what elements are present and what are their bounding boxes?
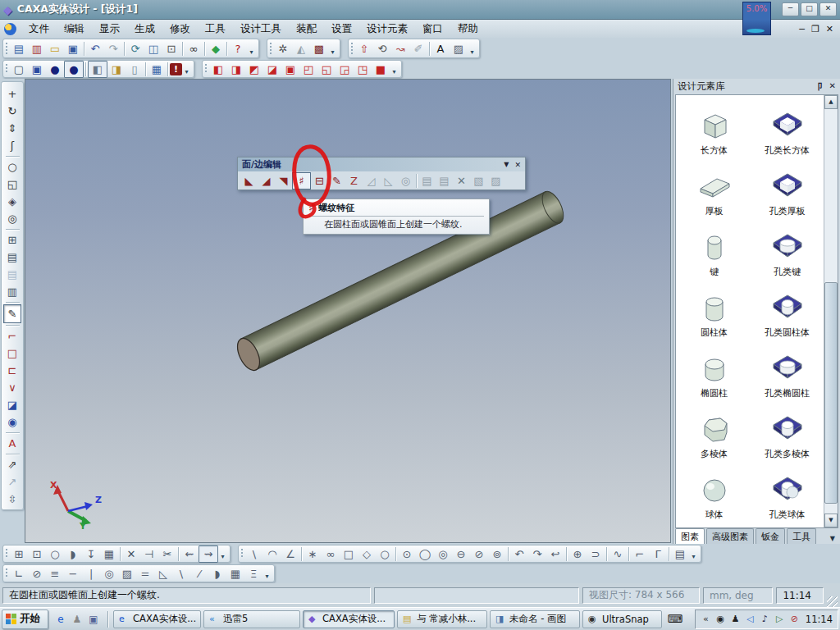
face-draft-icon[interactable]: ◣ bbox=[240, 173, 258, 189]
new-template-icon[interactable]: ▥ bbox=[28, 41, 46, 57]
pin-icon[interactable]: 卩 bbox=[815, 81, 823, 93]
toolbar-overflow-icon[interactable]: ▾ bbox=[262, 573, 272, 582]
cylinder-display-icon[interactable]: ▯ bbox=[126, 62, 144, 77]
property-sheet-icon[interactable]: ▦ bbox=[148, 62, 166, 77]
camera-rotate-icon[interactable]: ▤ bbox=[4, 249, 21, 266]
maximize-button[interactable]: □ bbox=[801, 2, 818, 16]
slope-icon[interactable]: \ bbox=[172, 566, 190, 582]
red-cube-op-5-icon[interactable]: ▣ bbox=[281, 62, 299, 77]
open-icon[interactable]: ▭ bbox=[46, 41, 64, 57]
lib-hole-cylinder[interactable]: 孔类圆柱体 bbox=[751, 279, 824, 340]
zoom-target-icon[interactable]: ◎ bbox=[4, 210, 21, 227]
red-cube-op-1-icon[interactable]: ◧ bbox=[209, 62, 227, 77]
menu-tools[interactable]: 工具 bbox=[198, 21, 233, 38]
tangent-circles-icon[interactable]: ∞ bbox=[322, 546, 340, 562]
tab-tools[interactable]: 工具 bbox=[787, 528, 816, 544]
face-select-icon[interactable]: ◪ bbox=[4, 396, 21, 413]
strip-expand-icon[interactable]: ⇳ bbox=[4, 491, 21, 508]
lib-hole-slab[interactable]: 孔类厚板 bbox=[751, 158, 824, 218]
thunder-tray-icon[interactable]: ◁ bbox=[744, 613, 756, 626]
remove-face-icon[interactable]: ✕ bbox=[453, 173, 470, 189]
angle-dimension-icon[interactable]: ∨ bbox=[4, 379, 21, 396]
animation-icon[interactable]: ✲ bbox=[274, 41, 292, 57]
arc-continue-icon[interactable]: ↩ bbox=[546, 546, 564, 562]
corner-icon[interactable]: ⌐ bbox=[631, 546, 649, 562]
lib-hole-key[interactable]: 孔类键 bbox=[751, 218, 824, 279]
resize-grip[interactable] bbox=[827, 596, 838, 607]
shaded-edges-icon[interactable]: ◨ bbox=[107, 62, 126, 77]
red-cube-op-7-icon[interactable]: ◱ bbox=[317, 62, 336, 77]
concentric-icon[interactable]: ◎ bbox=[100, 566, 118, 582]
mdi-minimize-button[interactable]: ─ bbox=[799, 24, 805, 34]
sketch-scale-icon[interactable]: ⊡ bbox=[28, 546, 46, 562]
direction-2-icon[interactable]: ⇝ bbox=[199, 546, 218, 563]
circle-center-icon[interactable]: ⊙ bbox=[398, 546, 416, 562]
revolve-icon[interactable]: ⟲ bbox=[373, 41, 391, 57]
blocked-tray-icon[interactable]: ⊘ bbox=[788, 613, 801, 626]
ellipse-arc-icon[interactable]: ⊚ bbox=[488, 546, 506, 562]
diamond-icon[interactable]: ◇ bbox=[358, 546, 376, 562]
volume-muted-icon[interactable]: ♪ bbox=[759, 613, 771, 626]
lib-key[interactable]: 键 bbox=[678, 218, 751, 279]
measure-one-icon[interactable]: ↗ bbox=[4, 473, 21, 491]
extrude-icon[interactable]: ⇧ bbox=[355, 41, 373, 57]
parallel-hatch-icon[interactable]: ≡ bbox=[46, 566, 64, 582]
lib-polyhedron[interactable]: 多棱体 bbox=[678, 400, 751, 461]
angle-line-icon[interactable]: ∠ bbox=[281, 546, 299, 562]
redo-icon[interactable]: ↷ bbox=[104, 41, 122, 57]
zoom-icon[interactable]: ○ bbox=[4, 158, 21, 176]
line-icon[interactable]: \ bbox=[245, 546, 263, 562]
work-plane-icon[interactable]: ◆ bbox=[207, 41, 225, 57]
menu-design-elements[interactable]: 设计元素 bbox=[359, 21, 415, 38]
trim-icon[interactable]: ⊣ bbox=[140, 546, 158, 562]
arc-icon[interactable]: ◠ bbox=[263, 546, 281, 562]
start-button[interactable]: 开始 bbox=[2, 609, 48, 629]
toolbar-overflow-icon[interactable]: ▾ bbox=[390, 68, 399, 77]
horizontal-icon[interactable]: − bbox=[64, 566, 82, 582]
shadow-render-icon[interactable]: ◭ bbox=[292, 41, 310, 57]
messenger-quicklaunch-icon[interactable]: ♟ bbox=[70, 612, 84, 627]
red-cube-op-2-icon[interactable]: ◨ bbox=[227, 62, 245, 77]
spline-icon[interactable]: ⊕ bbox=[568, 546, 587, 562]
hatch-icon[interactable]: ▤ bbox=[671, 546, 689, 562]
red-cube-op-6-icon[interactable]: ◰ bbox=[299, 62, 317, 77]
toolbar-overflow-icon[interactable]: ▾ bbox=[328, 48, 337, 57]
shell-icon[interactable]: ⊟ bbox=[311, 173, 328, 189]
show-desktop-icon[interactable]: ▣ bbox=[86, 612, 101, 627]
thread-feature-icon[interactable]: ♯ bbox=[292, 172, 311, 189]
undo-icon[interactable]: ↶ bbox=[86, 41, 104, 57]
rectangle-icon[interactable]: □ bbox=[340, 546, 358, 562]
tab-advanced-primitives[interactable]: 高级图素 bbox=[706, 528, 754, 544]
new-view-icon[interactable]: ⊞ bbox=[4, 231, 21, 249]
camera-off-icon[interactable]: ▤ bbox=[4, 266, 21, 283]
render-alert-icon[interactable]: ! bbox=[170, 63, 182, 75]
toolbar-menu-button[interactable]: ▼ bbox=[504, 161, 509, 169]
sweep-icon[interactable]: ↝ bbox=[391, 41, 409, 57]
tray-collapse-icon[interactable]: « bbox=[700, 613, 712, 626]
toolbar-close-button[interactable]: ✕ bbox=[514, 161, 521, 169]
symmetric-icon[interactable]: ◗ bbox=[208, 566, 226, 582]
camera-multi-icon[interactable]: ▥ bbox=[4, 283, 21, 300]
scene-render-icon[interactable]: ▩ bbox=[310, 41, 328, 57]
menu-edit[interactable]: 编辑 bbox=[57, 21, 92, 38]
library-scrollbar[interactable]: ▲ ▼ bbox=[824, 95, 838, 527]
sketch-move-icon[interactable]: ↧ bbox=[82, 546, 100, 562]
menu-generate[interactable]: 生成 bbox=[127, 21, 162, 38]
lib-elliptic-cylinder[interactable]: 椭圆柱 bbox=[678, 340, 751, 400]
sketch-stamp-icon[interactable]: ▦ bbox=[100, 546, 118, 562]
task-ultrasnap[interactable]: ◉UltraSnap bbox=[582, 610, 662, 628]
circle-2pt-icon[interactable]: ◯ bbox=[416, 546, 434, 562]
pattern-icon[interactable]: ▨ bbox=[450, 41, 468, 57]
round-face-icon[interactable]: ◉ bbox=[4, 413, 21, 431]
polygon-icon[interactable]: ○ bbox=[376, 546, 394, 562]
arc-cw-icon[interactable]: ↷ bbox=[528, 546, 546, 562]
task-paint[interactable]: ◨未命名 - 画图 bbox=[490, 610, 580, 628]
menu-view[interactable]: 显示 bbox=[92, 21, 127, 38]
surface-stitch-icon[interactable]: ◎ bbox=[397, 173, 414, 189]
context-help-icon[interactable]: ? bbox=[229, 41, 247, 57]
download-progress-badge[interactable]: 5.0% bbox=[742, 2, 771, 35]
face-move-icon[interactable]: ✎ bbox=[328, 173, 345, 189]
wireframe-display-icon[interactable]: ▢ bbox=[10, 62, 28, 77]
ellipse-icon[interactable]: ⊖ bbox=[452, 546, 470, 562]
surface-trim-icon[interactable]: ◺ bbox=[380, 173, 397, 189]
